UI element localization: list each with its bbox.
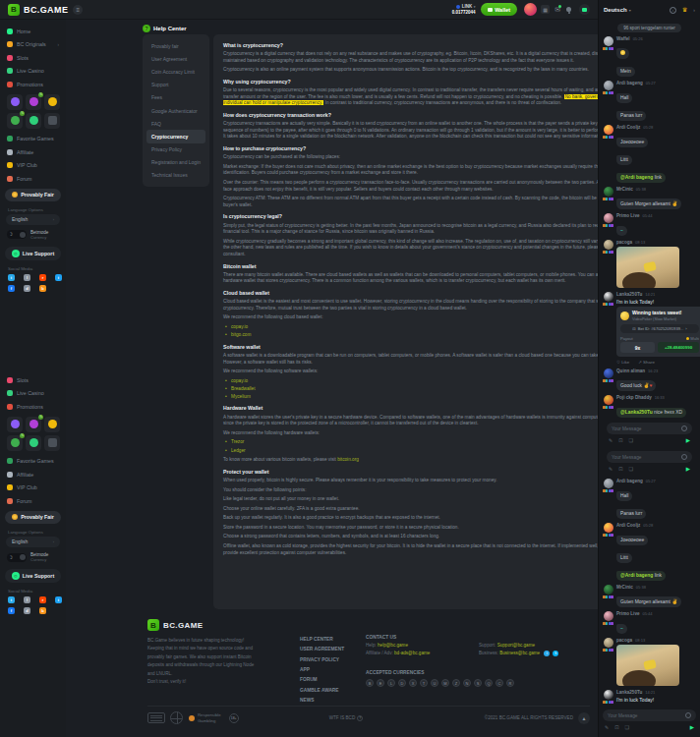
user-avatar[interactable] (604, 638, 613, 648)
sidebar-item-affiliate[interactable]: Affiliate (0, 145, 66, 159)
user-avatar[interactable] (604, 368, 613, 378)
dice-icon[interactable]: ⊡ (618, 466, 622, 472)
sidebar-item-vip[interactable]: VIP Club (0, 482, 66, 495)
sidebar-item-promotions[interactable]: Promotions (0, 78, 66, 91)
contact-email[interactable]: Support@bc.game (497, 643, 535, 648)
sidebar-collapse-icon[interactable]: ≡ (73, 5, 83, 15)
game-crown[interactable] (44, 417, 60, 432)
user-avatar[interactable] (604, 187, 613, 197)
live-support-button[interactable]: ☺Live Support (5, 247, 61, 260)
sidebar-item-forum[interactable]: Forum (0, 494, 66, 508)
rain-icon[interactable]: ✎ (605, 724, 609, 730)
article-list-link[interactable]: bitgo.com (225, 332, 646, 339)
sidebar-item-affiliate[interactable]: Affiliate (0, 468, 66, 482)
user-avatar[interactable] (604, 395, 613, 405)
wallet-button[interactable]: Wallet (481, 3, 518, 16)
emoji-picker-icon[interactable] (681, 454, 687, 460)
sidebar-item-slots[interactable]: Slots (0, 373, 66, 387)
user-mention[interactable]: @Ardi bageng (620, 573, 653, 578)
chat-language-selector[interactable]: Deutsch (604, 7, 627, 13)
brand-logo-icon[interactable]: B (8, 4, 20, 16)
twitter-icon[interactable]: t (55, 596, 62, 603)
game-gem-purple[interactable]: % (26, 94, 41, 110)
footer-link-news[interactable]: NEWS (300, 696, 344, 706)
skype-icon[interactable]: S (553, 651, 558, 656)
attach-icon[interactable]: ❏ (624, 724, 628, 730)
dice-icon[interactable]: ⊡ (618, 437, 622, 443)
rain-icon[interactable]: ✎ (609, 466, 612, 472)
shared-image[interactable] (616, 247, 679, 288)
user-avatar[interactable] (604, 81, 613, 90)
language-select[interactable]: English› (6, 537, 60, 547)
messages-icon[interactable]: ✉ (554, 6, 560, 13)
wtf-link[interactable]: WTF IS BCD ? (329, 715, 364, 721)
game-gem-green[interactable] (26, 113, 41, 129)
user-avatar[interactable] (604, 213, 613, 223)
telegram-icon[interactable]: t (8, 596, 15, 603)
game-roulette[interactable] (7, 94, 23, 110)
help-menu-item-fees[interactable]: Fees (143, 91, 209, 104)
game-gem-green[interactable] (26, 435, 41, 451)
contact-email[interactable]: help@bc.game (378, 643, 408, 648)
game-crown[interactable] (44, 94, 60, 110)
discord-icon[interactable]: d (24, 285, 30, 292)
scroll-top-button[interactable]: ▲ (578, 712, 590, 724)
language-select[interactable]: English› (6, 214, 60, 225)
sidebar-item-vip[interactable]: VIP Club (0, 159, 66, 173)
betmode-toggle[interactable]: ☽ (7, 230, 27, 239)
live-support-button[interactable]: ☺Live Support (5, 569, 61, 583)
article-list-link[interactable]: Mycelium (225, 394, 646, 401)
emoji-picker-icon[interactable] (681, 425, 687, 431)
emoji-picker-icon[interactable] (685, 712, 691, 718)
betmode-toggle[interactable]: ☽ (7, 553, 27, 562)
help-menu-item-provably-fair[interactable]: Provably fair (143, 39, 209, 52)
send-icon[interactable]: ▶ (686, 466, 690, 472)
help-menu-item-user-agreement[interactable]: User Agreement (143, 52, 209, 65)
shared-image[interactable] (616, 645, 679, 686)
footer-link-gamble-aware[interactable]: GAMBLE AWARE (300, 686, 344, 696)
help-menu-item-support[interactable]: Support (143, 79, 209, 91)
contest-trophy-icon[interactable]: ♛ (682, 7, 687, 13)
line-icon[interactable]: l (24, 274, 30, 281)
user-avatar[interactable] (524, 3, 537, 16)
contact-email[interactable]: bd-ads@bc.game (394, 651, 430, 655)
attach-icon[interactable]: ❏ (628, 466, 632, 472)
user-avatar[interactable] (604, 611, 613, 621)
chat-rules-icon[interactable]: i (670, 7, 676, 14)
sidebar-item-home[interactable]: Home (0, 25, 66, 38)
sidebar-item-favorite[interactable]: Favorite Games (0, 455, 66, 469)
help-menu-item-coin-accuracy-limit[interactable]: Coin Accuracy Limit (143, 65, 209, 78)
game-flask[interactable]: % (7, 113, 23, 129)
help-menu-item-technical-issues[interactable]: Technical Issues (143, 169, 209, 182)
help-menu-item-cryptocurrency[interactable]: Cryptocurrency (146, 130, 205, 142)
dice-icon[interactable]: ⊡ (614, 724, 618, 730)
contact-email[interactable]: Business@bc.game (499, 651, 540, 655)
discord-icon[interactable]: d (24, 607, 30, 614)
chat-message-input[interactable]: Your Message (607, 423, 692, 434)
send-icon[interactable]: ▶ (686, 437, 690, 443)
user-avatar[interactable] (604, 690, 613, 700)
game-more[interactable] (44, 113, 60, 129)
user-avatar[interactable] (604, 523, 613, 533)
bitcointalk-icon[interactable]: b (39, 285, 46, 292)
user-mention[interactable]: @Lanka250Tu (620, 410, 653, 415)
sidebar-item-forum[interactable]: Forum (0, 172, 66, 186)
send-icon[interactable]: ▶ (690, 724, 694, 730)
sidebar-item-provably-fair[interactable]: Provably Fair (5, 511, 61, 524)
twitter-icon[interactable]: t (55, 274, 62, 281)
footer-link-app[interactable]: APP (300, 665, 344, 675)
brand-name[interactable]: BC.GAME (24, 5, 68, 15)
user-avatar[interactable] (604, 479, 613, 488)
footer-link-user-agreement[interactable]: USER AGREEMENT (300, 645, 344, 654)
rain-icon[interactable]: ✎ (609, 437, 612, 443)
help-menu-item-privacy-policy[interactable]: Privacy Policy (143, 143, 209, 156)
attach-icon[interactable]: ❏ (628, 437, 632, 443)
sidebar-item-slots[interactable]: Slots (0, 51, 66, 65)
facebook-icon[interactable]: f (8, 285, 15, 292)
article-list-link[interactable]: Ledger (225, 448, 646, 455)
game-gem-purple[interactable]: % (26, 417, 41, 432)
footer-link-privacy-policy[interactable]: PRIVACY POLICY (300, 655, 344, 665)
sidebar-item-favorite[interactable]: Favorite Games (0, 133, 66, 146)
telegram-icon[interactable]: t (8, 274, 15, 281)
sidebar-item-promotions[interactable]: Promotions (0, 400, 66, 414)
